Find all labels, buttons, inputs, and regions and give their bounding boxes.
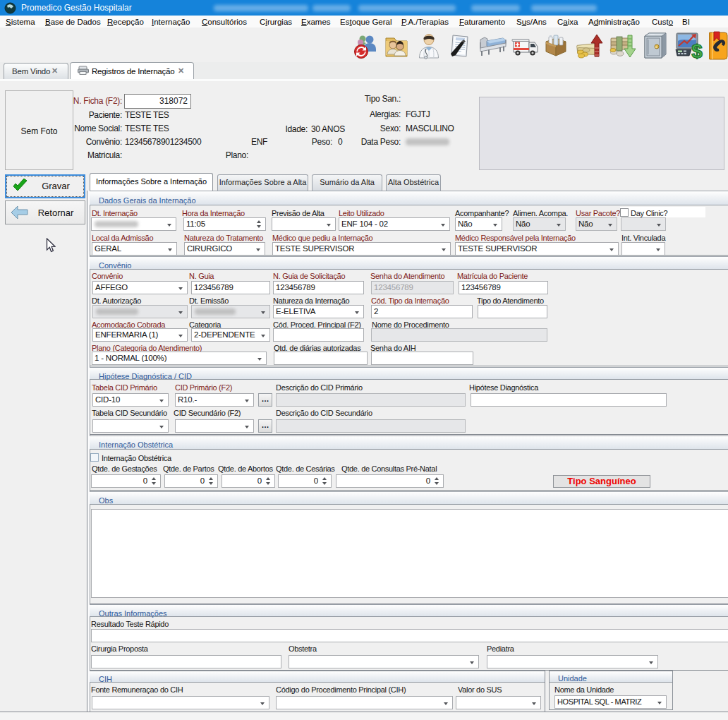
svg-text:$: $ — [691, 40, 703, 59]
